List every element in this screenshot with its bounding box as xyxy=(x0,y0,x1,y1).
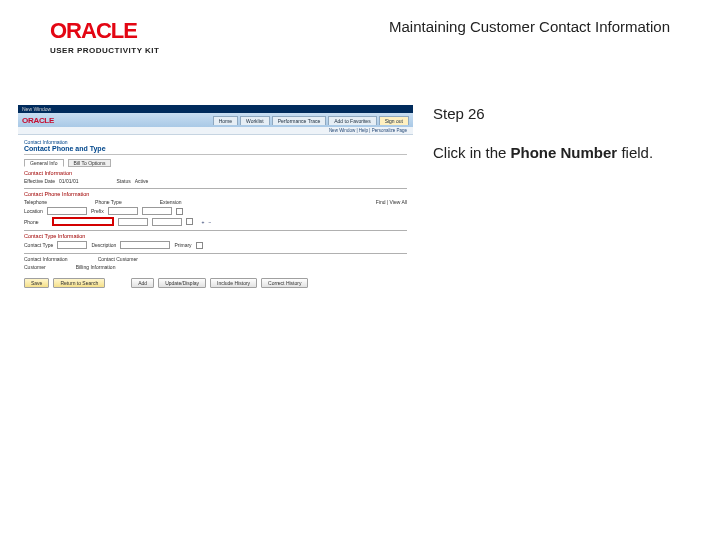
screenshot-tabs: Home Worklist Performance Trace Add to F… xyxy=(213,116,409,125)
save-button[interactable]: Save xyxy=(24,278,49,288)
content-row: New Window ORACLE Home Worklist Performa… xyxy=(18,105,700,327)
label-phonetype: Phone Type xyxy=(95,199,122,205)
step-text-bold: Phone Number xyxy=(511,144,618,161)
screenshot-topbar: New Window xyxy=(18,105,413,113)
label-effdate: Effective Date xyxy=(24,178,55,184)
label-contacttype: Contact Type xyxy=(24,242,53,248)
label-prefix: Prefix xyxy=(91,208,104,214)
label-location: Location xyxy=(24,208,43,214)
row-phone-labels: Telephone Phone Type Extension Find | Vi… xyxy=(24,199,407,205)
field-prefix[interactable] xyxy=(108,207,138,215)
checkbox-primary[interactable] xyxy=(196,242,203,249)
add-row-icon[interactable]: + xyxy=(201,219,204,225)
step-text-after: field. xyxy=(617,144,653,161)
document-title: Maintaining Customer Contact Information xyxy=(389,18,700,35)
row-phone-highlight: Phone + − xyxy=(24,217,407,226)
add-button[interactable]: Add xyxy=(131,278,154,288)
row-footlinks2: Customer Billing Information xyxy=(24,264,407,270)
topbar-item: New Window xyxy=(22,106,51,112)
mini-tabs: General Info Bill To Options xyxy=(24,159,407,167)
tab-performance[interactable]: Performance Trace xyxy=(272,116,327,125)
section-type-info: Contact Type Information xyxy=(24,233,407,239)
row-type: Contact Type Description Primary xyxy=(24,241,407,249)
label-extension: Extension xyxy=(160,199,182,205)
brand-block: ORACLE USER PRODUCTIVITY KIT xyxy=(50,18,159,55)
divider xyxy=(24,253,407,254)
link-contact-customer[interactable]: Contact Customer xyxy=(98,256,138,262)
field-generic[interactable] xyxy=(142,207,172,215)
step-text-before: Click in the xyxy=(433,144,511,161)
tab-favorites[interactable]: Add to Favorites xyxy=(328,116,376,125)
tab-signout[interactable]: Sign out xyxy=(379,116,409,125)
link-customer[interactable]: Customer xyxy=(24,264,46,270)
divider xyxy=(24,188,407,189)
row-footlinks: Contact Information Contact Customer xyxy=(24,256,407,262)
field-generic[interactable] xyxy=(152,218,182,226)
field-contacttype[interactable] xyxy=(57,241,87,249)
screenshot-body: Contact Information Contact Phone and Ty… xyxy=(18,135,413,274)
field-generic[interactable] xyxy=(118,218,148,226)
label-findview[interactable]: Find | View All xyxy=(376,199,407,205)
field-location[interactable] xyxy=(47,207,87,215)
instructions-panel: Step 26 Click in the Phone Number field. xyxy=(413,105,700,327)
link-billing-info[interactable]: Billing Information xyxy=(76,264,116,270)
app-screenshot: New Window ORACLE Home Worklist Performa… xyxy=(18,105,413,327)
tab-worklist[interactable]: Worklist xyxy=(240,116,270,125)
label-telephone: Telephone xyxy=(24,199,47,205)
section-contact-info: Contact Information xyxy=(24,170,407,176)
correct-button[interactable]: Correct History xyxy=(261,278,308,288)
screenshot-oracle-logo: ORACLE xyxy=(22,116,54,125)
value-effdate: 01/01/01 xyxy=(59,178,78,184)
step-number: Step 26 xyxy=(433,105,700,122)
screenshot-bluebar: ORACLE Home Worklist Performance Trace A… xyxy=(18,113,413,127)
checkbox[interactable] xyxy=(176,208,183,215)
page-header: ORACLE USER PRODUCTIVITY KIT Maintaining… xyxy=(50,18,700,55)
divider xyxy=(24,154,407,155)
remove-row-icon[interactable]: − xyxy=(208,219,211,225)
divider xyxy=(24,230,407,231)
label-primary: Primary xyxy=(174,242,191,248)
value-status: Active xyxy=(135,178,149,184)
minitab-billto[interactable]: Bill To Options xyxy=(68,159,112,167)
link-contact-info[interactable]: Contact Information xyxy=(24,256,68,262)
tab-home[interactable]: Home xyxy=(213,116,238,125)
update-button[interactable]: Update/Display xyxy=(158,278,206,288)
phone-number-field-highlight[interactable] xyxy=(52,217,114,226)
step-text: Click in the Phone Number field. xyxy=(433,144,700,161)
label-description: Description xyxy=(91,242,116,248)
section-phone-info: Contact Phone Information xyxy=(24,191,407,197)
label-status: Status xyxy=(117,178,131,184)
checkbox[interactable] xyxy=(186,218,193,225)
history-button[interactable]: Include History xyxy=(210,278,257,288)
label-phone: Phone xyxy=(24,219,38,225)
page-heading: Contact Phone and Type xyxy=(24,145,407,152)
brand-subtitle: USER PRODUCTIVITY KIT xyxy=(50,46,159,55)
screenshot-subnav: New Window | Help | Personalize Page xyxy=(18,127,413,135)
field-description[interactable] xyxy=(120,241,170,249)
oracle-logo: ORACLE xyxy=(50,18,159,44)
row-location: Location Prefix xyxy=(24,207,407,215)
minitab-general[interactable]: General Info xyxy=(24,159,64,167)
button-bar: Save Return to Search Add Update/Display… xyxy=(18,274,413,292)
row-effective: Effective Date 01/01/01 Status Active xyxy=(24,178,407,184)
return-button[interactable]: Return to Search xyxy=(53,278,105,288)
